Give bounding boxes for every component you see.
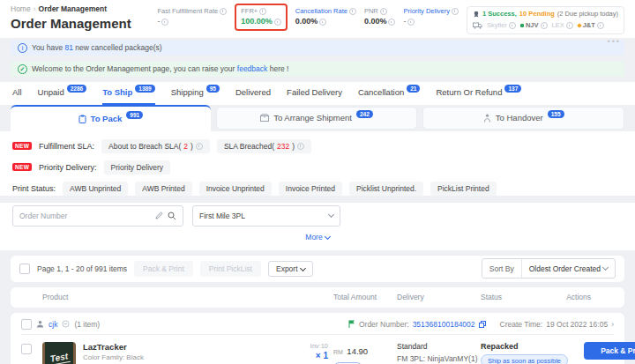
create-time-value: 19 Oct 2022 16:05 — [546, 320, 608, 329]
product-image[interactable]: Test — [42, 342, 76, 364]
tab-failed-delivery[interactable]: Failed Delivery — [287, 82, 342, 105]
buyer-name[interactable]: cjk — [49, 320, 57, 329]
green-status-dot — [520, 24, 524, 27]
order-number-link[interactable]: 351368100184002 — [413, 320, 475, 329]
expand-arrow-icon[interactable]: › — [611, 320, 614, 329]
tab-badge: 137 — [504, 85, 521, 93]
col-delivery: Delivery — [397, 293, 481, 301]
info-icon[interactable] — [509, 22, 516, 29]
chip-awb-printed[interactable]: AWB Printed — [135, 182, 191, 196]
chip-invoice-printed[interactable]: Invoice Printed — [279, 182, 342, 196]
tab-unpaid[interactable]: Unpaid2286 — [38, 82, 87, 105]
to-ship-subtabs: To Pack991 To Arrange Shipment242 To Han… — [0, 105, 635, 131]
search-icon[interactable] — [168, 212, 176, 220]
courier-lex[interactable]: LEX — [552, 20, 573, 32]
sort-by-label: Sort By — [482, 259, 522, 278]
copy-icon[interactable] — [479, 321, 486, 328]
tab-badge: 2286 — [67, 85, 86, 93]
courier-skyfier[interactable]: Skyfier — [487, 20, 516, 32]
breadcrumb: Home›Order Management — [11, 4, 131, 13]
product-details: LazTracker Color Family: Black Seller SK… — [83, 342, 256, 364]
subtab-to-pack[interactable]: To Pack991 — [11, 105, 211, 131]
chevron-down-icon — [325, 233, 331, 239]
col-total-amount: Total Amount — [333, 293, 397, 301]
order-row: cjk (1 item) Order Number: 3513681001840… — [11, 313, 624, 364]
tab-return-or-refund[interactable]: Return Or Refund137 — [436, 82, 521, 105]
info-icon[interactable] — [220, 8, 227, 15]
chip-awb-unprinted[interactable]: AWB Unprinted — [63, 182, 128, 196]
success-count: 1 Success, — [482, 9, 517, 20]
chip-priority-delivery[interactable]: Priority Delivery — [104, 160, 171, 175]
tab-shipping[interactable]: Shipping95 — [171, 82, 220, 105]
stat-ffr-plus-highlighted: FFR+ 100.00% — [235, 4, 288, 31]
to-arrange-shipment-icon — [260, 114, 269, 122]
edit-pen-icon[interactable] — [155, 212, 163, 219]
stat-cancellation-rate: Cancellation Rate 0.00% — [295, 6, 356, 28]
fulfillment-sla-filter-row: NEW Fulfillment SLA: About to Breach SLA… — [12, 139, 623, 153]
chevron-down-icon — [300, 264, 306, 271]
breadcrumb-home[interactable]: Home — [11, 4, 31, 13]
info-icon[interactable] — [259, 8, 266, 15]
tab-delivered[interactable]: Delivered — [235, 82, 271, 105]
order-status-tabs: All Unpaid2286 To Ship1389 Shipping95 De… — [0, 82, 635, 105]
order-number-input[interactable]: Order Number — [12, 205, 183, 227]
info-icon[interactable] — [566, 22, 573, 29]
chip-picklist-unprinted[interactable]: Picklist Unprinted. — [349, 182, 423, 196]
info-icon[interactable] — [597, 22, 604, 29]
page-header: Home›Order Management Order Management F… — [0, 0, 635, 38]
export-button[interactable]: Export — [268, 261, 313, 277]
chip-picklist-printed[interactable]: PickList Printed — [430, 182, 497, 196]
status-cell: Repacked Ship as soon as possible SLA Br… — [481, 342, 584, 364]
chat-icon[interactable] — [62, 320, 70, 328]
pack-print-button-disabled[interactable]: Pack & Print — [134, 261, 193, 277]
info-icon[interactable] — [274, 19, 281, 26]
courier-jt[interactable]: J&T — [578, 20, 604, 32]
subtab-to-arrange-shipment[interactable]: To Arrange Shipment242 — [216, 107, 418, 130]
chip-sla-breached[interactable]: SLA Breached(232) — [217, 139, 311, 153]
orange-status-dot — [577, 23, 582, 28]
print-picklist-button-disabled[interactable]: Print PickList — [200, 261, 261, 277]
check-circle-icon: ✓ — [18, 64, 27, 74]
order-checkbox[interactable] — [21, 319, 32, 330]
tab-all[interactable]: All — [12, 82, 22, 105]
cancelled-count-link[interactable]: 81 — [65, 43, 73, 52]
amount-cell: RM 14.90 COD — [333, 342, 397, 364]
info-icon[interactable] — [319, 19, 326, 26]
sort-by-select[interactable]: Sort By Oldest Order Created — [482, 258, 616, 279]
col-product: Product — [42, 293, 294, 301]
truck-icon — [473, 22, 482, 29]
flag-icon — [348, 320, 355, 328]
chip-invoice-unprinted[interactable]: Invoice Unprinted — [199, 182, 272, 196]
first-mile-3pl-select[interactable]: First Mile 3PL — [192, 205, 340, 227]
info-icon[interactable] — [407, 19, 415, 26]
col-actions: Actions — [566, 293, 591, 301]
info-icon[interactable] — [349, 8, 356, 15]
filter-label: Priority Delivery: — [39, 163, 97, 172]
pack-print-button[interactable]: Pack & Print — [584, 342, 635, 360]
feedback-link[interactable]: feedback — [237, 64, 268, 73]
info-icon[interactable] — [161, 19, 168, 26]
tab-to-ship[interactable]: To Ship1389 — [102, 82, 155, 105]
info-icon[interactable] — [297, 143, 304, 150]
tab-cancellation[interactable]: Cancellation21 — [358, 82, 421, 105]
info-icon[interactable] — [196, 143, 203, 150]
info-icon[interactable] — [541, 22, 548, 29]
info-icon[interactable] — [380, 8, 387, 15]
item-count: (1 item) — [74, 320, 100, 329]
product-name[interactable]: LazTracker — [83, 342, 256, 352]
subtab-to-handover[interactable]: To Handover155 — [422, 107, 624, 130]
header-left: Home›Order Management Order Management — [11, 4, 131, 31]
first-mile-3pl-label: First Mile 3PL — [199, 212, 245, 220]
stats-carousel-dots[interactable]: ••• — [608, 37, 621, 46]
chip-about-to-breach-sla[interactable]: About to Breach SLA(2) — [101, 139, 210, 153]
courier-njv[interactable]: NJV — [520, 20, 548, 32]
info-icon[interactable] — [452, 8, 459, 15]
select-all-checkbox[interactable] — [19, 264, 30, 274]
filter-label: Print Status: — [12, 184, 56, 193]
stat-fast-fulfillment-rate: Fast Fulfillment Rate - — [157, 6, 227, 28]
more-filters-link[interactable]: More — [0, 227, 635, 250]
print-status-filter-row: Print Status: AWB Unprinted AWB Printed … — [12, 182, 623, 196]
product-checkbox[interactable] — [21, 344, 32, 354]
info-icon[interactable] — [388, 19, 395, 26]
delivery-type: Standard — [397, 342, 481, 351]
